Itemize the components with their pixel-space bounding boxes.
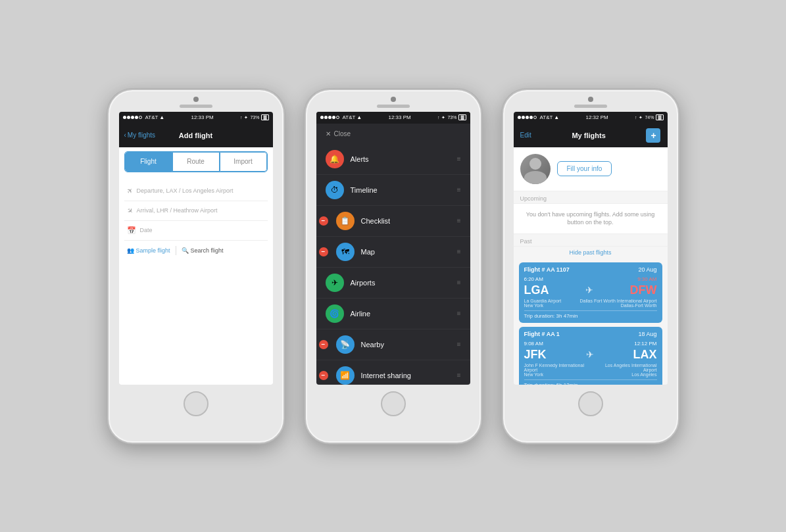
arr-info-0: Dallas Fort Worth International Airport … <box>580 299 657 308</box>
nearby-label: Nearby <box>361 341 451 349</box>
tab-bar-1: Flight Route Import <box>124 151 268 172</box>
status-bar-1: AT&T ▲ 12:33 PM ↑ ✦ 73% ▓ <box>119 112 273 124</box>
close-button[interactable]: ✕ Close <box>316 124 470 144</box>
menu-list: 🔔 Alerts ≡ ⏱ Timeline ≡ − 📋 Checklist <box>316 144 470 385</box>
upcoming-content: You don't have upcoming flights. Add som… <box>514 204 668 234</box>
phone-1-bottom <box>184 391 209 416</box>
arrival-icon: ✈ <box>124 205 135 216</box>
menu-item-timeline[interactable]: ⏱ Timeline ≡ <box>316 175 470 206</box>
past-section-label: Past <box>514 234 668 247</box>
signal-icon-3: ↑ <box>635 115 637 120</box>
drag-handle-airline: ≡ <box>457 310 461 317</box>
home-button-1[interactable] <box>184 391 209 416</box>
arr-code-0: DFW <box>630 283 657 297</box>
time-1: 12:33 PM <box>191 114 213 120</box>
airline-label: Airline <box>351 310 451 318</box>
menu-item-map[interactable]: − 🗺 Map ≡ <box>316 237 470 268</box>
remove-map-button[interactable]: − <box>319 247 328 256</box>
bt-icon: ✦ <box>244 115 248 120</box>
dep-code-1: JFK <box>524 348 547 362</box>
remove-checklist-button[interactable]: − <box>319 216 328 226</box>
calendar-icon: 📅 <box>127 226 136 235</box>
dep-info-1: John F Kennedy International Airport New… <box>524 363 595 377</box>
search-icon: 🔍 <box>182 247 189 254</box>
dep-info-0: La Guardia Airport New York <box>524 299 562 308</box>
arrival-placeholder: Arrival, LHR / Heathrow Airport <box>137 207 218 214</box>
form-section: ✈ Departure, LAX / Los Angeles Airport ✈… <box>119 176 273 385</box>
dep-code-0: LGA <box>524 283 549 297</box>
dep-time-0: 6:20 AM <box>524 276 543 282</box>
internet-label: Internet sharing <box>361 372 451 379</box>
phone-1: AT&T ▲ 12:33 PM ↑ ✦ 73% ▓ ‹ My flights A… <box>107 89 285 444</box>
tab-container: Flight Route Import <box>119 147 273 176</box>
close-icon: ✕ <box>326 130 331 137</box>
page-title-1: Add flight <box>179 132 212 139</box>
duration-0: Trip duration: 3h 47min <box>524 310 657 319</box>
sample-flight-button[interactable]: 👥 Sample flight <box>127 247 170 254</box>
plane-icon-0: ✈ <box>585 285 593 295</box>
drag-handle-checklist: ≡ <box>457 217 461 224</box>
arr-info-1: Los Angeles International Airport Los An… <box>595 363 657 377</box>
upcoming-empty-message: You don't have upcoming flights. Add som… <box>514 204 668 233</box>
menu-item-checklist[interactable]: − 📋 Checklist ≡ <box>316 206 470 237</box>
remove-nearby-button[interactable]: − <box>319 340 328 349</box>
checklist-label: Checklist <box>361 217 451 225</box>
status-bar-3: AT&T ▲ 12:32 PM ↑ ✦ 74% ▓ <box>514 112 668 124</box>
wifi-icon: ▲ <box>159 114 164 120</box>
close-label: Close <box>334 130 351 137</box>
sample-icon: 👥 <box>127 247 134 254</box>
hide-past-button[interactable]: Hide past flights <box>514 247 668 258</box>
timeline-icon: ⏱ <box>326 181 344 199</box>
tab-route[interactable]: Route <box>172 152 220 172</box>
search-flight-button[interactable]: 🔍 Search flight <box>182 247 224 254</box>
carrier-3: AT&T <box>540 114 553 120</box>
flight-date-1: 18 Aug <box>638 331 656 337</box>
checklist-icon: 📋 <box>336 212 355 230</box>
phone-3-screen: AT&T ▲ 12:32 PM ↑ ✦ 74% ▓ Edit My flight… <box>514 112 668 385</box>
arr-time-0: 9:30 AM <box>637 276 656 282</box>
wifi-icon-2: ▲ <box>356 114 362 120</box>
drag-handle-airports: ≡ <box>457 279 461 286</box>
battery-icon-3: ▓ <box>656 114 663 120</box>
add-flight-button[interactable]: + <box>646 128 660 143</box>
tab-import[interactable]: Import <box>220 152 267 172</box>
menu-item-airline[interactable]: 🌀 Airline ≡ <box>316 299 470 329</box>
battery-3: 74% <box>645 115 654 120</box>
home-button-3[interactable] <box>578 391 603 416</box>
phone-3-bottom <box>578 391 603 416</box>
menu-item-nearby[interactable]: − 📡 Nearby ≡ <box>316 329 470 360</box>
home-button-2[interactable] <box>381 391 406 416</box>
fill-info-button[interactable]: Fill your info <box>557 161 612 176</box>
back-label-1: My flights <box>128 132 155 139</box>
camera <box>193 97 199 102</box>
menu-item-airports[interactable]: ✈ Airports ≡ <box>316 268 470 299</box>
duration-1: Trip duration: 6h 13min <box>524 379 657 385</box>
flight-card-1[interactable]: Flight # AA 1 18 Aug 9:08 AM 12:12 PM JF… <box>519 327 662 385</box>
flight-header-0: Flight # AA 1107 20 Aug <box>524 266 657 273</box>
back-button-1[interactable]: ‹ My flights <box>124 132 156 139</box>
map-label: Map <box>361 248 451 256</box>
departure-field[interactable]: ✈ Departure, LAX / Los Angeles Airport <box>124 181 268 201</box>
tab-flight[interactable]: Flight <box>125 152 172 172</box>
edit-button[interactable]: Edit <box>520 132 531 139</box>
battery-2: 73% <box>447 115 456 120</box>
internet-icon: 📶 <box>336 366 355 385</box>
wifi-icon-3: ▲ <box>554 114 559 120</box>
menu-item-internet[interactable]: − 📶 Internet sharing ≡ <box>316 360 470 385</box>
plane-icon-1: ✈ <box>586 349 594 360</box>
departure-placeholder: Departure, LAX / Los Angeles Airport <box>137 187 233 194</box>
menu-item-alerts[interactable]: 🔔 Alerts ≡ <box>316 144 470 175</box>
divider <box>176 246 176 255</box>
flight-number-0: Flight # AA 1107 <box>524 266 570 273</box>
battery-icon: ▓ <box>261 114 268 120</box>
arrival-field[interactable]: ✈ Arrival, LHR / Heathrow Airport <box>124 201 268 221</box>
signal-icon-2: ↑ <box>437 115 440 120</box>
phone-2: AT&T ▲ 12:33 PM ↑ ✦ 73% ▓ ✕ Close 🔔 A <box>305 89 482 444</box>
airports-icon: ✈ <box>326 274 344 292</box>
page-title-3: My flights <box>572 132 605 139</box>
battery-1: 73% <box>250 115 259 120</box>
phone-2-bottom <box>381 391 406 416</box>
date-field[interactable]: 📅 Date <box>124 221 268 241</box>
remove-internet-button[interactable]: − <box>319 371 328 380</box>
flight-card-0[interactable]: Flight # AA 1107 20 Aug 6:20 AM 9:30 AM … <box>519 262 662 323</box>
